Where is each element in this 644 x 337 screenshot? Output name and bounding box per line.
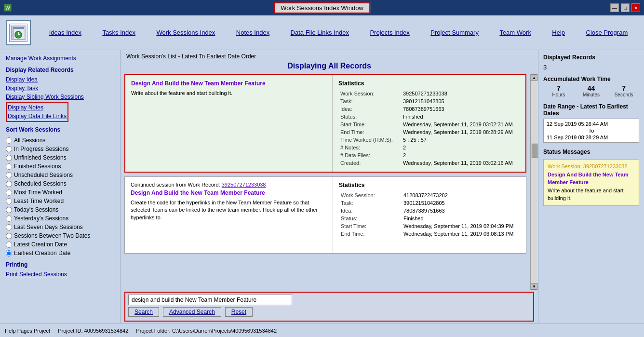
hours-cell: 7 Hours [543, 84, 574, 97]
stat-value: Wednesday, September 11, 2019 02:04:39 P… [402, 222, 520, 230]
manage-work-assignments-link[interactable]: Manage Work Assignments [6, 54, 114, 63]
search-button[interactable]: Search [128, 307, 159, 317]
displayed-records-title: Displayed Records [543, 54, 639, 61]
stat-label: Idea: [339, 207, 402, 215]
sort-today[interactable]: Today's Sessions [6, 205, 114, 214]
stat-row: Created: Wednesday, September 11, 2019 0… [338, 159, 520, 167]
menu-projects-index[interactable]: Projects Index [366, 27, 413, 38]
stat-row: # Data Files: 2 [338, 151, 520, 159]
hours-label: Hours [543, 92, 574, 97]
stat-value: 2 [401, 144, 520, 151]
display-task-link[interactable]: Display Task [6, 84, 114, 93]
minutes-label: Minutes [576, 92, 607, 97]
stat-value: Wednesday, September 11, 2019 08:28:29 A… [401, 128, 520, 136]
date-range-title: Date Range - Latest To Earliest Dates [543, 103, 639, 117]
stat-value: 39012151042805 [401, 97, 520, 105]
search-buttons: Search Advanced Search Reset [128, 305, 530, 319]
status-project-folder: Project Folder: C:\Users\Darren\Projects… [136, 328, 277, 334]
stat-row: Status: Finished [338, 113, 520, 121]
menu-ideas-index[interactable]: Ideas Index [45, 27, 85, 38]
menu-close-program[interactable]: Close Program [582, 27, 632, 38]
stat-row: Task: 39012151042805 [339, 199, 520, 207]
sort-earliest-creation[interactable]: Earliest Creation Date [6, 249, 114, 257]
content-header: Work Session's List - Latest To Earliest… [121, 50, 538, 60]
right-panel: Displayed Records 3 Accumulated Work Tim… [538, 50, 644, 324]
stat-value: 5 : 25 : 57 [401, 136, 520, 144]
stats-table-1: Work Session: 392507271233038 Task: 3901… [338, 90, 520, 167]
sort-scheduled[interactable]: Scheduled Sessions [6, 179, 114, 188]
logo-inner [9, 24, 27, 42]
continued-from-link[interactable]: 392507271233038 [222, 182, 266, 188]
continued-text: Continued session from Work Record: 3925… [131, 182, 327, 188]
seconds-value: 7 [608, 84, 639, 92]
minutes-cell: 44 Minutes [576, 84, 607, 97]
status-project-id: Project ID: 400956931534842 [58, 328, 128, 334]
scroll-up-arrow[interactable]: ▲ [531, 74, 537, 81]
sort-latest-creation[interactable]: Latest Creation Date [6, 240, 114, 249]
sort-in-progress[interactable]: In Progress Sessions [6, 145, 114, 153]
status-title: Status Messages [543, 148, 639, 155]
status-box: Work Session: 392507271233038 Design And… [543, 159, 639, 206]
stat-label: End Time: [338, 128, 401, 136]
session-left-2: Continued session from Work Record: 3925… [125, 177, 333, 253]
title-bar: W Work Sessions Index Window — □ ✕ [0, 0, 644, 15]
sort-unfinished[interactable]: Unfinished Sessions [6, 153, 114, 162]
status-session-id: Work Session: 392507271233038 [548, 162, 635, 171]
stat-row: End Time: Wednesday, September 11, 2019 … [338, 128, 520, 136]
display-notes-link[interactable]: Display Notes [8, 103, 67, 112]
stat-value: Finished [402, 215, 520, 222]
stat-value: 2 [401, 151, 520, 159]
stats-title-1: Statistics [338, 80, 520, 87]
menu-notes-index[interactable]: Notes Index [232, 27, 273, 38]
menu-team-work[interactable]: Team Work [496, 27, 535, 38]
scroll-down-arrow[interactable]: ▼ [531, 283, 537, 290]
session-title-2[interactable]: Design And Build the New Team Member Fea… [131, 189, 327, 196]
menu-help[interactable]: Help [548, 27, 569, 38]
date-from: 12 Sep 2019 05:26:44 AM [547, 121, 636, 127]
sort-all-sessions[interactable]: All Sessions [6, 136, 114, 145]
display-idea-link[interactable]: Display Idea [6, 75, 114, 84]
session-card-2: Continued session from Work Record: 3925… [124, 176, 526, 254]
app-icon: W [4, 4, 12, 12]
print-selected-sessions-link[interactable]: Print Selected Sessions [6, 270, 114, 279]
stat-label: Status: [338, 113, 401, 121]
sort-between-dates[interactable]: Sessions Between Two Dates [6, 231, 114, 240]
menu-project-summary[interactable]: Project Summary [427, 27, 483, 38]
menu-work-sessions-index[interactable]: Work Sessions Index [152, 27, 219, 38]
display-data-file-links-link[interactable]: Display Data File Links [8, 112, 67, 121]
record-count: 3 [543, 63, 639, 72]
sessions-scrollbar[interactable]: ▲ ▼ [530, 74, 538, 290]
search-input[interactable] [128, 295, 292, 305]
sort-most-time[interactable]: Most Time Worked [6, 188, 114, 197]
close-button[interactable]: ✕ [631, 3, 640, 12]
minimize-button[interactable]: — [610, 3, 619, 12]
search-section: Search Advanced Search Reset [124, 292, 534, 322]
minutes-value: 44 [576, 84, 607, 92]
stat-row: Work Session: 412083722473282 [339, 191, 520, 199]
sort-unscheduled[interactable]: Unscheduled Sessions [6, 171, 114, 179]
session-card-1: Design And Build the New Team Member Fea… [124, 74, 526, 173]
sort-finished[interactable]: Finished Sessions [6, 162, 114, 171]
menu-data-file-links-index[interactable]: Data File Links Index [287, 27, 353, 38]
session-right-1: Statistics Work Session: 392507271233038… [333, 75, 525, 172]
stat-value: 39012151042805 [402, 199, 520, 207]
reset-button[interactable]: Reset [225, 307, 253, 317]
session-right-2: Statistics Work Session: 412083722473282… [333, 177, 526, 253]
menu-bar: Ideas Index Tasks Index Work Sessions In… [0, 15, 644, 50]
menu-tasks-index[interactable]: Tasks Index [98, 27, 139, 38]
stat-value: 78087389751663 [401, 105, 520, 113]
stat-label: # Data Files: [338, 151, 401, 159]
scroll-thumb[interactable] [532, 144, 537, 158]
stat-row: # Notes: 2 [338, 144, 520, 151]
status-bar: Help Pages Project Project ID: 400956931… [0, 324, 644, 337]
advanced-search-button[interactable]: Advanced Search [163, 307, 221, 317]
sort-yesterday[interactable]: Yesterday's Sessions [6, 214, 114, 223]
stat-row: Idea: 78087389751663 [338, 105, 520, 113]
maximize-button[interactable]: □ [621, 3, 630, 12]
sort-least-time[interactable]: Least Time Worked [6, 197, 114, 205]
sort-last-seven-days[interactable]: Last Seven Days Sessions [6, 223, 114, 231]
stat-label: Time Worked (H:M:S): [338, 136, 401, 144]
display-sibling-sessions-link[interactable]: Display Sibling Work Sessions [6, 93, 114, 101]
session-title-1[interactable]: Design And Build the New Team Member Fea… [131, 80, 326, 87]
status-desc: Write about the feature and start buildi… [548, 187, 635, 202]
